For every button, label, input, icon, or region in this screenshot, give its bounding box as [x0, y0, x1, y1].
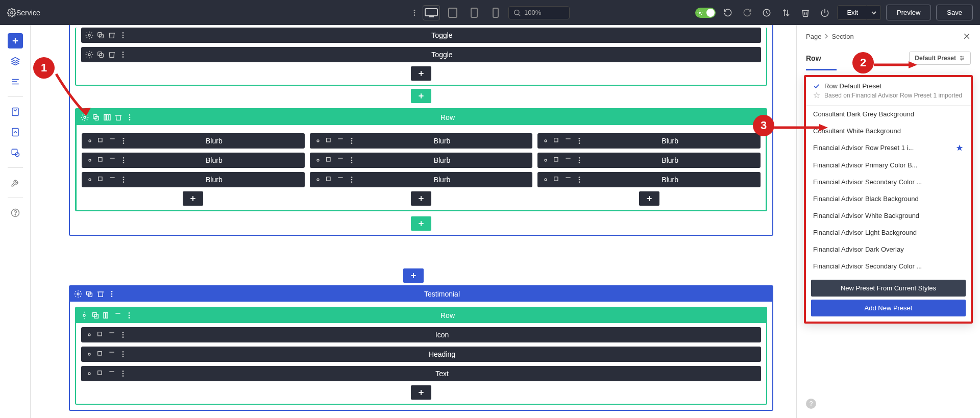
preset-item[interactable]: Consultant White Background	[806, 122, 971, 139]
add-preset-button[interactable]: Add New Preset	[811, 300, 966, 316]
settings-icon[interactable]	[7, 8, 16, 17]
copy-icon[interactable]	[553, 176, 561, 184]
heading-module[interactable]: Heading	[81, 347, 761, 362]
gear-icon[interactable]	[86, 176, 94, 184]
blurb-module[interactable]: Blurb	[537, 172, 761, 187]
add-row-button[interactable]	[411, 216, 431, 231]
add-module-button[interactable]	[183, 191, 203, 206]
blurb-module[interactable]: Blurb	[82, 133, 305, 149]
preset-item[interactable]: Financial Advisor Black Background	[806, 190, 971, 207]
blurb-module[interactable]: Blurb	[537, 153, 761, 168]
columns-icon[interactable]	[103, 311, 111, 319]
copy-icon[interactable]	[97, 156, 105, 164]
row-header[interactable]: Row	[76, 308, 766, 323]
crumb-page[interactable]: Page	[806, 33, 821, 40]
toggle-module[interactable]: Toggle	[81, 47, 761, 62]
trash-icon[interactable]	[108, 156, 116, 164]
more-icon[interactable]	[119, 370, 127, 378]
blurb-module[interactable]: Blurb	[82, 153, 305, 168]
redo-icon[interactable]	[740, 6, 754, 20]
more-icon[interactable]	[410, 9, 419, 17]
more-icon[interactable]	[575, 137, 583, 145]
gear-icon[interactable]	[86, 156, 94, 164]
tablet-icon[interactable]	[8, 104, 23, 119]
blurb-module[interactable]: Blurb	[310, 153, 533, 168]
help-badge[interactable]: ?	[806, 399, 816, 409]
gear-icon[interactable]	[74, 290, 82, 298]
trash-icon[interactable]	[108, 331, 116, 339]
trash-icon[interactable]	[108, 51, 116, 59]
add-module-button[interactable]	[411, 191, 431, 206]
copy-icon[interactable]	[325, 137, 333, 145]
more-icon[interactable]	[119, 350, 127, 358]
bars-icon[interactable]	[8, 74, 23, 89]
blurb-module[interactable]: Blurb	[537, 133, 761, 149]
more-icon[interactable]	[348, 137, 356, 145]
trash-icon[interactable]	[108, 137, 116, 145]
trash-icon[interactable]	[114, 113, 122, 121]
copy-icon[interactable]	[96, 31, 105, 39]
preset-item[interactable]: Financial Advisor Secondary Color ...	[806, 174, 971, 190]
copy-icon[interactable]	[553, 137, 561, 145]
trash-icon[interactable]	[798, 6, 813, 20]
gear-icon[interactable]	[542, 156, 550, 164]
row-selected[interactable]: Row Blurb Blurb Blurb Blurb Blurb Blurb …	[75, 108, 767, 211]
layers-icon[interactable]	[8, 54, 23, 69]
preset-current[interactable]: Row Default Preset Based on:Financial Ad…	[806, 77, 971, 106]
more-icon[interactable]	[575, 176, 583, 184]
toggle-module[interactable]: Toggle	[81, 28, 761, 43]
exit-dropdown[interactable]	[867, 5, 881, 20]
add-module-button[interactable]	[639, 191, 659, 206]
copy-icon[interactable]	[85, 290, 93, 298]
more-icon[interactable]	[108, 290, 116, 298]
desktop-view-button[interactable]	[423, 5, 440, 20]
blurb-module[interactable]: Blurb	[310, 133, 533, 149]
blurb-module[interactable]: Blurb	[310, 172, 533, 187]
trash-icon[interactable]	[96, 290, 105, 298]
preset-item[interactable]: Financial Advisor Primary Color B...	[806, 157, 971, 174]
more-icon[interactable]	[119, 137, 128, 145]
columns-icon[interactable]	[103, 113, 111, 121]
more-icon[interactable]	[119, 31, 127, 39]
new-preset-button[interactable]: New Preset From Current Styles	[811, 280, 966, 297]
copy-icon[interactable]	[553, 156, 561, 164]
copy-icon[interactable]	[96, 350, 105, 358]
trash-icon[interactable]	[108, 370, 116, 378]
theme-toggle[interactable]	[695, 8, 716, 18]
history-icon[interactable]	[760, 6, 774, 20]
gear-icon[interactable]	[542, 137, 550, 145]
more-icon[interactable]	[348, 156, 356, 164]
more-icon[interactable]	[119, 156, 128, 164]
power-icon[interactable]	[818, 6, 832, 20]
trash-icon[interactable]	[108, 350, 116, 358]
phone-landscape-button[interactable]	[465, 5, 483, 20]
trash-icon[interactable]	[336, 176, 345, 184]
copy-icon[interactable]	[96, 331, 105, 339]
blurb-module[interactable]: Blurb	[82, 172, 305, 187]
more-icon[interactable]	[119, 51, 127, 59]
copy-icon[interactable]	[97, 137, 105, 145]
gear-icon[interactable]	[314, 137, 322, 145]
trash-icon[interactable]	[114, 311, 122, 319]
undo-icon[interactable]	[721, 6, 735, 20]
trash-icon[interactable]	[336, 156, 345, 164]
zoom-input[interactable]: 100%	[508, 6, 570, 19]
wrench-icon[interactable]	[8, 175, 23, 190]
save-button[interactable]: Save	[936, 5, 973, 20]
more-icon[interactable]	[348, 176, 356, 184]
more-icon[interactable]	[126, 113, 134, 121]
trash-icon[interactable]	[564, 137, 572, 145]
row-header[interactable]: Row	[77, 110, 766, 125]
trash-icon[interactable]	[108, 176, 116, 184]
copy-icon[interactable]	[325, 156, 333, 164]
trash-icon[interactable]	[336, 137, 345, 145]
gear-icon[interactable]	[85, 31, 93, 39]
copy-icon[interactable]	[325, 176, 333, 184]
gear-icon[interactable]	[85, 370, 93, 378]
gear-icon[interactable]	[85, 331, 93, 339]
gear-icon[interactable]	[314, 156, 322, 164]
gear-icon[interactable]	[542, 176, 550, 184]
gear-icon[interactable]	[80, 311, 88, 319]
more-icon[interactable]	[125, 311, 133, 319]
more-icon[interactable]	[575, 156, 583, 164]
